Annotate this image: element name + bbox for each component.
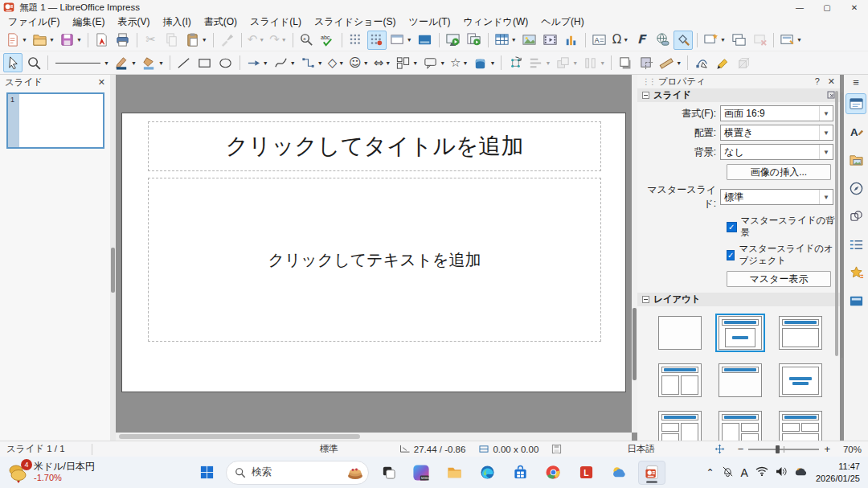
vertical-scrollbar[interactable]: [632, 75, 637, 433]
splitter-grip[interactable]: [111, 248, 115, 293]
stock-widget[interactable]: 4 米ドル/日本円 -1.70%: [0, 461, 193, 484]
spelling-icon[interactable]: abc: [318, 31, 338, 50]
shadow-icon[interactable]: [616, 53, 635, 72]
taskbar-app-explorer[interactable]: [440, 461, 468, 485]
sidebar-tab-master-slides[interactable]: [845, 290, 866, 311]
select-icon[interactable]: [3, 53, 23, 72]
horizontal-scrollbar[interactable]: [116, 433, 632, 441]
duplicate-slide-icon[interactable]: [729, 31, 748, 50]
glue-points-icon[interactable]: [713, 53, 732, 72]
display-master-icon[interactable]: [416, 31, 435, 50]
field-dropdown-2[interactable]: なし ▼: [720, 144, 833, 160]
layout-title-only[interactable]: [715, 361, 765, 400]
rectangle-icon[interactable]: [195, 53, 215, 72]
helplines-icon[interactable]: ▼: [388, 31, 414, 50]
menu-スライドショー[interactable]: スライドショー(S): [308, 14, 403, 30]
wifi-icon[interactable]: [755, 466, 768, 478]
zoom-in-button[interactable]: +: [824, 443, 830, 455]
curve-icon[interactable]: ▼: [272, 53, 297, 72]
insert-textbox-icon[interactable]: A: [590, 31, 609, 50]
slideshow-current-icon[interactable]: [465, 31, 484, 50]
checkbox-checked-icon[interactable]: ✓: [727, 222, 737, 232]
export-pdf-icon[interactable]: [92, 31, 112, 50]
taskbar-app-impress[interactable]: [638, 461, 665, 485]
paste-icon[interactable]: ▼: [183, 31, 209, 50]
sidebar-scrollbar[interactable]: [841, 92, 843, 358]
vertical-scrollbar-thumb[interactable]: [633, 308, 637, 380]
menu-表示[interactable]: 表示(V): [111, 14, 156, 30]
layout-title-content[interactable]: [715, 314, 765, 352]
master-slide-dropdown[interactable]: 標準 ▼: [720, 189, 833, 205]
slide-properties-icon[interactable]: ▼: [778, 31, 804, 50]
connector-icon[interactable]: ▼: [299, 53, 325, 72]
lines-arrows-icon[interactable]: ▼: [244, 53, 270, 72]
crop-icon[interactable]: [637, 53, 656, 72]
menu-挿入[interactable]: 挿入(I): [156, 14, 197, 30]
insert-line-icon[interactable]: [174, 53, 194, 72]
taskbar-app-weather[interactable]: [605, 461, 633, 485]
chevron-down-icon[interactable]: ▼: [819, 190, 833, 204]
fill-color-icon[interactable]: ▼: [140, 53, 166, 72]
zoom-tool-icon[interactable]: [24, 53, 43, 72]
chevron-down-icon[interactable]: ▼: [819, 106, 833, 121]
sidebar-tab-properties[interactable]: [845, 93, 866, 114]
start-slideshow-icon[interactable]: [444, 31, 463, 50]
snap-to-grid-icon[interactable]: [367, 31, 387, 50]
horizontal-scrollbar-thumb[interactable]: [119, 434, 360, 439]
open-folder-icon[interactable]: ▼: [31, 31, 56, 50]
new-slide-icon[interactable]: ▼: [702, 31, 727, 50]
taskbar-app-taskview[interactable]: [375, 461, 402, 485]
dialog-launcher-icon[interactable]: [827, 91, 835, 100]
fit-slide-icon[interactable]: [708, 444, 731, 454]
layout-two-content-right[interactable]: [715, 408, 765, 441]
save-icon[interactable]: ▼: [58, 31, 84, 50]
field-dropdown-1[interactable]: 横置き ▼: [720, 125, 833, 141]
menu-スライド[interactable]: スライド(L): [244, 14, 308, 30]
line-color-icon[interactable]: ▼: [113, 53, 138, 72]
draw-functions-icon[interactable]: [674, 31, 693, 50]
chevron-down-icon[interactable]: ▼: [819, 125, 833, 140]
menu-ファイル[interactable]: ファイル(F): [2, 14, 66, 30]
slide-section-header[interactable]: スライド: [637, 88, 840, 102]
sidebar-tab-navigator[interactable]: [845, 178, 866, 199]
panel-help-icon[interactable]: ?: [815, 76, 820, 87]
fontwork-icon[interactable]: F: [632, 31, 651, 50]
minimize-button[interactable]: —: [786, 0, 813, 14]
taskbar-app-line-app[interactable]: L: [572, 461, 600, 485]
layout-blank[interactable]: [655, 314, 705, 352]
ellipse-icon[interactable]: [216, 53, 235, 72]
layout-centered-text[interactable]: [776, 361, 825, 400]
line-style-icon[interactable]: ▼: [52, 53, 111, 72]
collapse-icon[interactable]: [642, 92, 649, 99]
menu-ツール[interactable]: ツール(T): [403, 14, 457, 30]
block-arrows-icon[interactable]: ⇔▼: [372, 53, 393, 72]
master-checkbox[interactable]: ✓マスタースライドの背景: [727, 215, 840, 239]
taskbar-app-chrome[interactable]: [539, 461, 567, 485]
basic-shapes-icon[interactable]: ◇▼: [326, 53, 346, 72]
zoom-slider-thumb[interactable]: [776, 445, 780, 453]
symbol-shapes-icon[interactable]: ☺▼: [347, 53, 371, 72]
layout-two-content-over[interactable]: [776, 408, 825, 441]
points-icon[interactable]: [692, 53, 711, 72]
layout-section-header[interactable]: レイアウト: [637, 293, 840, 306]
maximize-button[interactable]: ▢: [813, 0, 841, 14]
hyperlink-icon[interactable]: [653, 31, 672, 50]
field-dropdown-0[interactable]: 画面 16:9 ▼: [720, 105, 833, 121]
menu-ウィンドウ[interactable]: ウィンドウ(W): [457, 14, 534, 30]
checkbox-checked-icon[interactable]: ✓: [727, 250, 735, 260]
panel-close-icon[interactable]: ✕: [828, 76, 835, 87]
start-button[interactable]: [193, 461, 220, 485]
taskbar-app-copilot[interactable]: M365: [407, 461, 435, 485]
insert-image-icon[interactable]: [520, 31, 539, 50]
insert-table-icon[interactable]: ▼: [493, 31, 518, 50]
text-language[interactable]: 日本語: [620, 443, 661, 455]
zoom-out-button[interactable]: −: [738, 443, 744, 455]
rotate-icon[interactable]: [506, 53, 525, 72]
insert-media-icon[interactable]: [541, 31, 560, 50]
panel-scrollbar[interactable]: [835, 91, 838, 356]
print-icon[interactable]: [113, 31, 133, 50]
menu-書式[interactable]: 書式(O): [198, 14, 244, 30]
layout-two-content-left[interactable]: [655, 408, 705, 441]
title-placeholder[interactable]: クリックしてタイトルを追加: [148, 121, 601, 171]
taskbar-search[interactable]: 検索: [226, 461, 369, 485]
